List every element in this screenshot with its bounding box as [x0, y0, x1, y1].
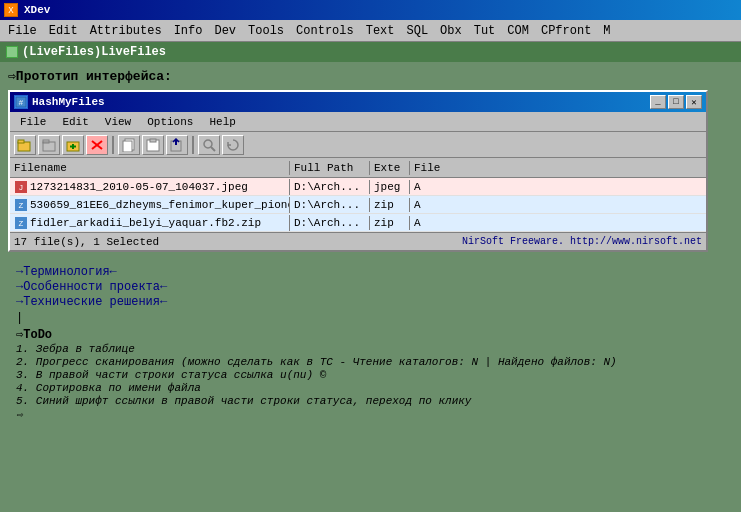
menu-info[interactable]: Info — [168, 22, 209, 40]
title-bar: X XDev — [0, 0, 741, 20]
svg-text:Z: Z — [19, 219, 24, 228]
svg-text:#: # — [19, 98, 24, 107]
menu-file[interactable]: File — [2, 22, 43, 40]
separator: | — [16, 311, 725, 325]
inner-menu-help[interactable]: Help — [201, 115, 243, 129]
nav-link-2[interactable]: →Особенности проекта← — [16, 280, 725, 294]
inner-title-left: # HashMyFiles — [14, 95, 105, 109]
window-controls: _ □ ✕ — [650, 95, 702, 109]
todo-item-6: ⇨ — [16, 408, 725, 421]
tb-search-btn[interactable] — [198, 135, 220, 155]
menu-obx[interactable]: Obx — [434, 22, 468, 40]
close-button[interactable]: ✕ — [686, 95, 702, 109]
minimize-button[interactable]: _ — [650, 95, 666, 109]
tb-copy-btn[interactable] — [118, 135, 140, 155]
todo-section: ⇨ToDo 1. Зебра в таблице 2. Прогресс ска… — [16, 327, 725, 421]
tb-add-btn[interactable] — [62, 135, 84, 155]
file-flag-3: A — [410, 216, 440, 230]
file-path-2: D:\Arch... — [290, 198, 370, 212]
inner-window-title: HashMyFiles — [32, 96, 105, 108]
file-path-3: D:\Arch... — [290, 216, 370, 230]
file-name-1: J1273214831_2010-05-07_104037.jpeg — [10, 179, 290, 195]
todo-item-2: 2. Прогресс сканирования (можно сделать … — [16, 356, 725, 368]
main-menu-bar: File Edit Attributes Info Dev Tools Cont… — [0, 20, 741, 42]
menu-edit[interactable]: Edit — [43, 22, 84, 40]
inner-title-bar: # HashMyFiles _ □ ✕ — [10, 92, 706, 112]
svg-point-17 — [204, 140, 212, 148]
file-name-3: Zfidler_arkadii_belyi_yaquar.fb2.zip — [10, 215, 290, 231]
col-header-file[interactable]: File — [410, 161, 440, 175]
window-title-bar: (LiveFiles)LiveFiles — [0, 42, 741, 62]
file-ext-3: zip — [370, 216, 410, 230]
content-area: ⇨Прототип интерфейса: # HashMyFiles _ □ — [0, 62, 741, 512]
menu-tut[interactable]: Tut — [468, 22, 502, 40]
inner-menu-options[interactable]: Options — [139, 115, 201, 129]
menu-sql[interactable]: SQL — [401, 22, 435, 40]
file-list-header: Filename Full Path Exte File — [10, 158, 706, 178]
app-title: XDev — [24, 4, 50, 16]
tb-delete-btn[interactable] — [86, 135, 108, 155]
menu-m[interactable]: M — [597, 22, 616, 40]
svg-line-18 — [211, 147, 215, 151]
prototype-label: ⇨Прототип интерфейса: — [8, 68, 733, 84]
inner-menu-file[interactable]: File — [12, 115, 54, 129]
menu-com[interactable]: COM — [501, 22, 535, 40]
file-name-2: Z530659_81EE6_dzheyms_fenimor_kuper_pion… — [10, 197, 290, 213]
status-left: 17 file(s), 1 Selected — [14, 236, 159, 248]
menu-dev[interactable]: Dev — [208, 22, 242, 40]
menu-cpfront[interactable]: CPfront — [535, 22, 597, 40]
app-icon: X — [4, 3, 18, 17]
toolbar — [10, 132, 706, 158]
file-list: J1273214831_2010-05-07_104037.jpeg D:\Ar… — [10, 178, 706, 232]
inner-menu-edit[interactable]: Edit — [54, 115, 96, 129]
maximize-button[interactable]: □ — [668, 95, 684, 109]
todo-item-1: 1. Зебра в таблице — [16, 343, 725, 355]
status-bar: 17 file(s), 1 Selected NirSoft Freeware.… — [10, 232, 706, 250]
menu-attributes[interactable]: Attributes — [84, 22, 168, 40]
nav-link-1[interactable]: →Терминология← — [16, 265, 725, 279]
menu-tools[interactable]: Tools — [242, 22, 290, 40]
file-ext-1: jpeg — [370, 180, 410, 194]
file-flag-1: A — [410, 180, 440, 194]
todo-title: ⇨ToDo — [16, 327, 725, 342]
bottom-content: →Терминология← →Особенности проекта← →Те… — [8, 260, 733, 426]
todo-item-3: 3. В правой части строки статуса ссылка … — [16, 369, 725, 381]
inner-menu-view[interactable]: View — [97, 115, 139, 129]
file-ext-2: zip — [370, 198, 410, 212]
main-window: (LiveFiles)LiveFiles ⇨Прототип интерфейс… — [0, 42, 741, 512]
tb-paste-btn[interactable] — [142, 135, 164, 155]
inner-window: # HashMyFiles _ □ ✕ File Edit View Optio… — [8, 90, 708, 252]
file-row-3[interactable]: Zfidler_arkadii_belyi_yaquar.fb2.zip D:\… — [10, 214, 706, 232]
tb-open-btn[interactable] — [14, 135, 36, 155]
file-row-1[interactable]: J1273214831_2010-05-07_104037.jpeg D:\Ar… — [10, 178, 706, 196]
toolbar-separator-2 — [192, 136, 194, 154]
menu-text[interactable]: Text — [360, 22, 401, 40]
toolbar-separator-1 — [112, 136, 114, 154]
todo-item-5: 5. Синий шрифт ссылки в правой части стр… — [16, 395, 725, 407]
menu-controls[interactable]: Controls — [290, 22, 360, 40]
svg-text:J: J — [19, 183, 24, 192]
svg-rect-14 — [150, 139, 156, 142]
svg-rect-3 — [18, 140, 24, 143]
svg-rect-12 — [123, 141, 132, 152]
svg-text:Z: Z — [19, 201, 24, 210]
todo-item-4: 4. Сортировка по имени файла — [16, 382, 725, 394]
tb-export-btn[interactable] — [166, 135, 188, 155]
file-path-1: D:\Arch... — [290, 180, 370, 194]
file-flag-2: A — [410, 198, 440, 212]
col-header-ext[interactable]: Exte — [370, 161, 410, 175]
window-title: (LiveFiles)LiveFiles — [22, 45, 166, 59]
tb-folder-btn[interactable] — [38, 135, 60, 155]
inner-app-icon: # — [14, 95, 28, 109]
nav-link-3[interactable]: →Технические решения← — [16, 295, 725, 309]
col-header-fullpath[interactable]: Full Path — [290, 161, 370, 175]
inner-menu-bar: File Edit View Options Help — [10, 112, 706, 132]
tb-refresh-btn[interactable] — [222, 135, 244, 155]
file-row-2[interactable]: Z530659_81EE6_dzheyms_fenimor_kuper_pion… — [10, 196, 706, 214]
window-icon — [6, 46, 18, 58]
status-right[interactable]: NirSoft Freeware. http://www.nirsoft.net — [462, 236, 702, 247]
col-header-filename[interactable]: Filename — [10, 161, 290, 175]
